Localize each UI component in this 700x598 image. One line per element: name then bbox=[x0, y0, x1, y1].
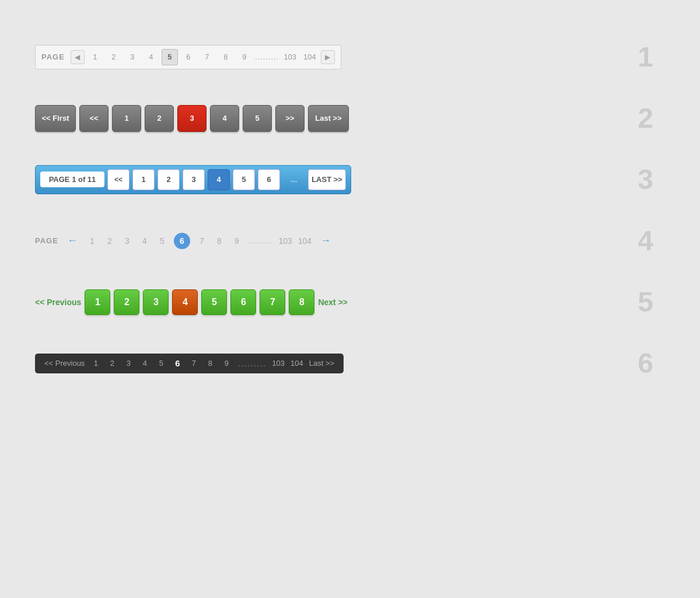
paginator-1: PAGE ◀ 1 2 3 4 5 6 7 8 9 ......... 103 1… bbox=[35, 45, 341, 69]
page-8-1[interactable]: 8 bbox=[218, 49, 234, 65]
page-1-2[interactable]: 1 bbox=[112, 105, 141, 132]
page-2-6[interactable]: 2 bbox=[107, 359, 117, 368]
next-button-2[interactable]: >> bbox=[275, 105, 304, 132]
page-6-3[interactable]: 6 bbox=[258, 169, 280, 190]
dots-4: ......... bbox=[249, 236, 273, 245]
section-number-3: 3 bbox=[607, 163, 665, 195]
page-104-6[interactable]: 104 bbox=[290, 359, 303, 368]
prev-arrow-1[interactable]: ◀ bbox=[71, 50, 85, 64]
page-1-6[interactable]: 1 bbox=[90, 359, 101, 368]
page-3-3[interactable]: 3 bbox=[183, 169, 205, 190]
page-7-6[interactable]: 7 bbox=[188, 359, 199, 368]
page-4-5[interactable]: 4 bbox=[172, 289, 198, 315]
page-5-3[interactable]: 5 bbox=[233, 169, 255, 190]
page-1-5[interactable]: 1 bbox=[85, 289, 110, 315]
section-number-6: 6 bbox=[607, 347, 665, 379]
paginator-3: PAGE 1 of 11 << 1 2 3 4 5 6 ... LAST >> bbox=[35, 165, 351, 194]
last-button-2[interactable]: Last >> bbox=[308, 105, 349, 132]
page-4-2[interactable]: 4 bbox=[210, 105, 239, 132]
page-4-6[interactable]: 4 bbox=[139, 359, 150, 368]
page-5-6[interactable]: 5 bbox=[156, 359, 166, 368]
page-label-1: PAGE bbox=[41, 53, 65, 61]
page-6-1[interactable]: 6 bbox=[180, 49, 197, 65]
page-2-2[interactable]: 2 bbox=[145, 105, 174, 132]
page-6-5[interactable]: 6 bbox=[230, 289, 256, 315]
section-number-5: 5 bbox=[607, 286, 665, 318]
first-button-2[interactable]: << First bbox=[35, 105, 76, 132]
page-9-6[interactable]: 9 bbox=[221, 359, 232, 368]
page-9-1[interactable]: 9 bbox=[236, 49, 253, 65]
paginator-4: PAGE ← 1 2 3 4 5 6 7 8 9 ......... 103 1… bbox=[35, 233, 334, 249]
prev-button-3[interactable]: << bbox=[107, 169, 130, 190]
page-103-1[interactable]: 103 bbox=[281, 49, 299, 65]
page-104-4[interactable]: 104 bbox=[298, 236, 312, 246]
page-3-1[interactable]: 3 bbox=[124, 49, 141, 65]
page-2-4[interactable]: 2 bbox=[104, 236, 116, 246]
prev-button-5[interactable]: << Previous bbox=[35, 298, 81, 307]
prev-button-6[interactable]: << Previous bbox=[44, 359, 85, 368]
page-104-1[interactable]: 104 bbox=[301, 49, 318, 65]
section-number-2: 2 bbox=[607, 102, 665, 134]
page-7-4[interactable]: 7 bbox=[196, 236, 208, 246]
page-8-4[interactable]: 8 bbox=[214, 236, 225, 246]
page-info-3: PAGE 1 of 11 bbox=[40, 172, 104, 187]
page-4-1[interactable]: 4 bbox=[143, 49, 159, 65]
page-5-2[interactable]: 5 bbox=[243, 105, 272, 132]
last-button-6[interactable]: Last >> bbox=[309, 359, 334, 368]
page-5-4[interactable]: 5 bbox=[156, 236, 168, 246]
page-7-5[interactable]: 7 bbox=[260, 289, 285, 315]
prev-arrow-4[interactable]: ← bbox=[64, 233, 80, 249]
page-5-5[interactable]: 5 bbox=[201, 289, 227, 315]
section-number-4: 4 bbox=[607, 225, 665, 257]
page-8-6[interactable]: 8 bbox=[205, 359, 215, 368]
next-button-5[interactable]: Next >> bbox=[318, 298, 348, 307]
paginator-6: << Previous 1 2 3 4 5 6 7 8 9 ......... … bbox=[35, 354, 344, 373]
page-103-6[interactable]: 103 bbox=[272, 359, 285, 368]
page-2-1[interactable]: 2 bbox=[106, 49, 122, 65]
page-5-1[interactable]: 5 bbox=[162, 49, 178, 65]
page-2-3[interactable]: 2 bbox=[158, 169, 180, 190]
page-7-1[interactable]: 7 bbox=[199, 49, 215, 65]
paginator-2: << First << 1 2 3 4 5 >> Last >> bbox=[35, 105, 349, 132]
page-103-4[interactable]: 103 bbox=[278, 236, 292, 246]
next-arrow-4[interactable]: → bbox=[317, 233, 334, 249]
page-2-5[interactable]: 2 bbox=[114, 289, 139, 315]
dots-3: ... bbox=[283, 169, 305, 190]
page-1-4[interactable]: 1 bbox=[86, 236, 98, 246]
page-3-6[interactable]: 3 bbox=[123, 359, 134, 368]
page-3-5[interactable]: 3 bbox=[143, 289, 169, 315]
page-8-5[interactable]: 8 bbox=[289, 289, 314, 315]
section-number-1: 1 bbox=[607, 41, 665, 73]
page-4-4[interactable]: 4 bbox=[139, 236, 150, 246]
page-label-4: PAGE bbox=[35, 236, 58, 245]
last-button-3[interactable]: LAST >> bbox=[308, 169, 346, 190]
page-3-2[interactable]: 3 bbox=[177, 105, 206, 132]
page-1-3[interactable]: 1 bbox=[132, 169, 155, 190]
page-6-6[interactable]: 6 bbox=[172, 358, 183, 368]
prev-button-2[interactable]: << bbox=[79, 105, 108, 132]
page-3-4[interactable]: 3 bbox=[121, 236, 133, 246]
page-6-4[interactable]: 6 bbox=[174, 233, 190, 249]
dots-6: ......... bbox=[237, 358, 266, 369]
page-4-3[interactable]: 4 bbox=[208, 169, 230, 190]
paginator-5: << Previous 1 2 3 4 5 6 7 8 Next >> bbox=[35, 289, 348, 315]
page-1-1[interactable]: 1 bbox=[87, 49, 103, 65]
page-9-4[interactable]: 9 bbox=[231, 236, 243, 246]
dots-1: ......... bbox=[255, 53, 279, 61]
next-arrow-1[interactable]: ▶ bbox=[321, 50, 335, 64]
